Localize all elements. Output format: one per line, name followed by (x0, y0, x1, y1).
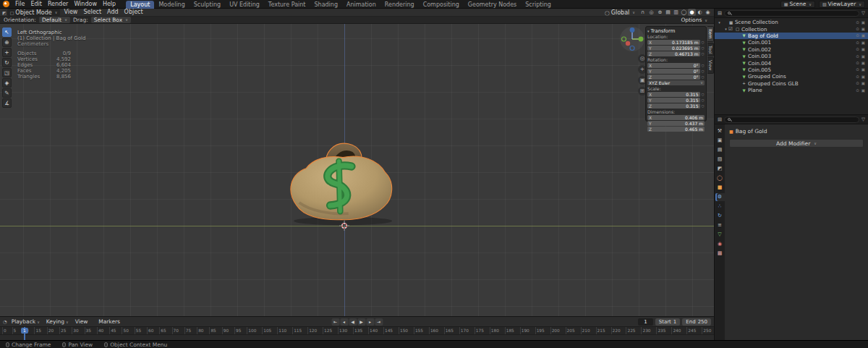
workspace-tab[interactable]: Scripting (521, 1, 556, 9)
frame-start-field[interactable]: Start 1 (655, 318, 681, 326)
outliner-item[interactable]: ▾ ☑ ▢ Collection ⊙ ▣ (715, 25, 868, 32)
next-keyframe-button[interactable]: ▸ (366, 318, 374, 326)
transform-panel-header[interactable]: ▾ Transform (647, 27, 705, 34)
viewport-menu-item[interactable]: Select (80, 8, 104, 17)
timeline-menu-item[interactable]: Playback ∨ (9, 317, 43, 327)
play-button[interactable]: ▶ (357, 318, 365, 326)
disable-in-renders-icon[interactable]: ▣ (861, 54, 865, 59)
filter-icon[interactable]: ▽ (861, 10, 865, 16)
play-reverse-button[interactable]: ◀ (349, 318, 357, 326)
viewport-menu-item[interactable]: View (61, 8, 80, 17)
render-tab[interactable]: ▣ (715, 137, 725, 145)
menu-item[interactable]: Render (45, 0, 71, 9)
lock-icon[interactable]: ○ (701, 63, 705, 68)
scale-value-field[interactable]: Y 0.315 (647, 98, 700, 103)
timeline-ruler[interactable]: 0510152025303540455055606570758085909510… (0, 327, 714, 335)
select-box-tool[interactable]: ↖ (2, 27, 12, 37)
disable-in-renders-icon[interactable]: ▣ (861, 88, 865, 93)
jump-to-start-button[interactable]: ⇤ (331, 318, 339, 326)
previous-keyframe-button[interactable]: ◂ (340, 318, 348, 326)
current-frame-field[interactable]: 1 (638, 318, 652, 326)
workspace-tab[interactable]: Geometry Nodes (464, 1, 521, 9)
workspace-tab[interactable]: UV Editing (225, 1, 264, 9)
workspace-tab[interactable]: Shading (310, 1, 342, 9)
scale-tool[interactable]: ◳ (2, 68, 12, 77)
world-tab[interactable]: ◯ (715, 174, 725, 182)
menu-item[interactable]: Window (71, 0, 100, 9)
timeline-menu-item[interactable]: View ∨ (72, 317, 95, 327)
cursor-tool[interactable]: ⊕ (2, 38, 12, 47)
rotation-value-field[interactable]: X 0° (647, 63, 700, 68)
dimension-value-field[interactable]: Y 0.437 m (647, 121, 705, 126)
outliner-item[interactable]: ▾ ☑ ▼ Coin.005 ⊙ ▣ (715, 67, 868, 73)
lock-icon[interactable]: ○ (701, 51, 705, 56)
properties-search-input[interactable] (724, 116, 859, 123)
annotate-tool[interactable]: ✎ (2, 88, 12, 98)
rendered-shading-icon[interactable]: ◉ (704, 9, 712, 16)
menu-item[interactable]: File (12, 0, 27, 9)
outliner-item[interactable]: ▾ ☑ ▼ Bag of Gold ⊙ ▣ (715, 33, 868, 39)
disable-in-renders-icon[interactable]: ▣ (861, 27, 865, 31)
workspace-tab[interactable]: Sculpting (190, 1, 225, 9)
lock-icon[interactable]: ○ (701, 92, 705, 97)
viewport-menu-item[interactable]: Add (104, 8, 122, 17)
rotation-value-field[interactable]: Z 0° (647, 75, 700, 80)
view-layer-selector[interactable]: ▧ ViewLayer ∨ (819, 1, 865, 8)
disable-in-renders-icon[interactable]: ▣ (861, 75, 865, 79)
lock-icon[interactable]: ○ (701, 69, 705, 74)
hide-in-viewport-icon[interactable]: ⊙ (856, 67, 859, 72)
material-tab[interactable]: ◉ (715, 240, 725, 248)
workspace-tab[interactable]: Texture Paint (264, 1, 310, 9)
constraints-tab[interactable]: ≡ (715, 221, 725, 229)
mode-selector[interactable]: ▢ Object Mode ∨ (7, 9, 61, 16)
scale-value-field[interactable]: Z 0.315 (647, 103, 700, 109)
tool-tab[interactable]: ⚒ (715, 127, 725, 135)
snap-magnet-icon[interactable]: ∩ (639, 9, 647, 16)
modifiers-tab[interactable]: ⚙ (715, 193, 725, 201)
lock-icon[interactable]: ○ (701, 75, 705, 80)
hide-in-viewport-icon[interactable]: ⊙ (856, 20, 859, 25)
sidebar-tab[interactable]: Item (707, 26, 714, 42)
workspace-tab[interactable]: Rendering (380, 1, 419, 9)
properties-editor-icon[interactable]: ▤ (718, 116, 722, 122)
outliner-item[interactable]: ▾ ☑ ▼ Coin.002 ⊙ ▣ (715, 46, 868, 53)
outliner-item[interactable]: ▾ ☑ ▦ Scene Collection ⊙ ▣ (715, 19, 868, 25)
outliner-editor-icon[interactable]: ▤ (718, 10, 722, 16)
lock-icon[interactable]: ○ (701, 103, 705, 109)
disable-in-renders-icon[interactable]: ▣ (861, 81, 865, 85)
outliner-item[interactable]: ▾ ☑ ▼ Grouped Coins ⊙ ▣ (715, 73, 868, 80)
bag-of-gold-object[interactable] (283, 140, 406, 229)
lock-icon[interactable]: ○ (701, 40, 705, 45)
3d-viewport[interactable]: ↖ ⊕ + ↻ ◳ ◈ (0, 24, 714, 316)
current-frame-badge[interactable]: 1 (21, 328, 28, 334)
outliner-item[interactable]: ▾ ☑ ▼ Coin.001 ⊙ ▣ (715, 39, 868, 46)
transform-orientation-selector[interactable]: ◯ Global ∨ (602, 9, 638, 16)
particles-tab[interactable]: ∴ (715, 203, 725, 211)
dimension-value-field[interactable]: Z 0.465 m (647, 127, 705, 132)
timeline-editor-icon[interactable]: ◔ (3, 319, 7, 325)
disable-in-renders-icon[interactable]: ▣ (861, 47, 865, 51)
dimension-value-field[interactable]: X 0.406 m (647, 115, 705, 120)
wireframe-shading-icon[interactable]: ◯ (680, 9, 688, 16)
hide-in-viewport-icon[interactable]: ⊙ (856, 61, 859, 65)
workspace-tab[interactable]: Animation (342, 1, 380, 9)
disable-in-renders-icon[interactable]: ▣ (861, 61, 865, 65)
blender-logo-icon[interactable] (3, 1, 9, 7)
show-gizmo-icon[interactable]: ⊕ (656, 9, 664, 16)
sidebar-tab[interactable]: Tool (707, 43, 714, 57)
scene-selector[interactable]: ▦ Scene ∨ (780, 1, 815, 8)
filter-icon[interactable]: ▽ (861, 116, 865, 122)
lock-icon[interactable]: ○ (701, 98, 705, 103)
scale-value-field[interactable]: X 0.315 (647, 92, 700, 97)
disable-in-renders-icon[interactable]: ▣ (861, 67, 865, 72)
navigation-gizmo[interactable] (618, 25, 646, 53)
orientation-setting-value[interactable]: Default ∨ (39, 17, 70, 23)
hide-in-viewport-icon[interactable]: ⊙ (856, 54, 859, 59)
collection-checkbox[interactable]: ☑ (728, 26, 734, 33)
show-overlays-icon[interactable]: ▤ (664, 9, 672, 16)
workspace-tab[interactable]: Layout (126, 1, 154, 9)
hide-in-viewport-icon[interactable]: ⊙ (856, 41, 859, 45)
rotate-tool[interactable]: ↻ (2, 58, 12, 67)
location-value-field[interactable]: Y 0.023695 m (647, 46, 700, 51)
material-preview-icon[interactable]: ◐ (696, 9, 704, 16)
